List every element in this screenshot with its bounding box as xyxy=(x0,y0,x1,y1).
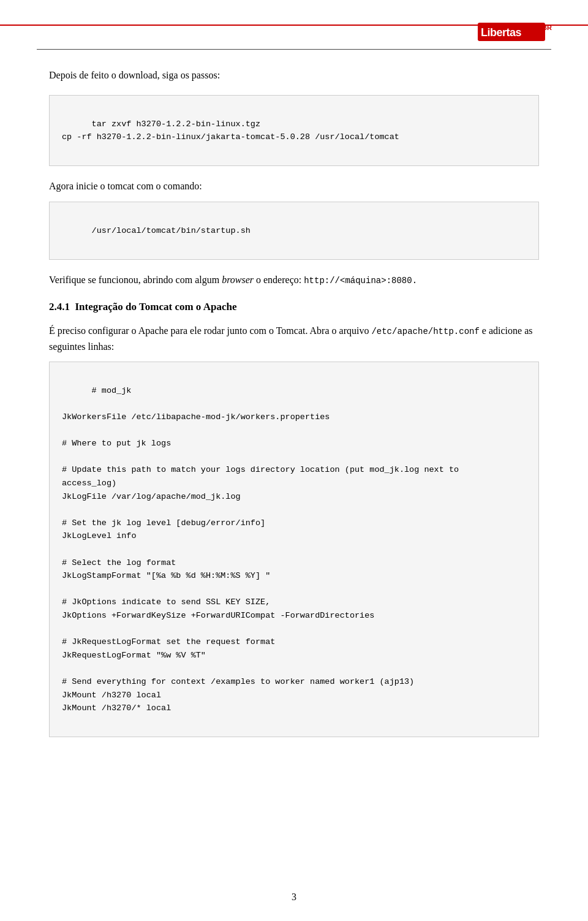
verify-suffix: o endereço: xyxy=(254,275,304,285)
verify-prefix: Verifique se funcionou, abrindo com algu… xyxy=(49,275,222,285)
section-heading: 2.4.1 Integração do Tomcat com o Apache xyxy=(49,300,539,314)
intro-text: Depois de feito o download, siga os pass… xyxy=(49,70,220,80)
header-rule xyxy=(37,49,551,50)
main-content: Depois de feito o download, siga os pass… xyxy=(37,68,551,737)
tomcat-start-text: Agora inicie o tomcat com o comando: xyxy=(49,181,202,191)
page-number: 3 xyxy=(292,892,296,903)
section-title: Integração do Tomcat com o Apache xyxy=(75,301,237,313)
section-number: 2.4.1 xyxy=(49,301,70,313)
verify-italic: browser xyxy=(222,275,254,285)
top-border xyxy=(0,25,588,26)
code-text-1: tar zxvf h3270-1.2.2-bin-linux.tgz cp -r… xyxy=(62,119,399,142)
page-container: Libertas BR Depois de feito o download, … xyxy=(0,0,588,921)
code-block-apache-config: # mod_jk JkWorkersFile /etc/libapache-mo… xyxy=(49,362,539,737)
verify-url: http://<máquina>:8080. xyxy=(304,276,417,286)
para1-text: É preciso configurar o Apache para ele r… xyxy=(49,325,371,336)
startup-command: /usr/local/tomcat/bin/startup.sh xyxy=(92,226,251,235)
tomcat-start-intro: Agora inicie o tomcat com o comando: xyxy=(49,178,539,194)
verify-paragraph: Verifique se funcionou, abrindo com algu… xyxy=(49,272,539,288)
code-block-startup: /usr/local/tomcat/bin/startup.sh xyxy=(49,202,539,260)
header: Libertas BR xyxy=(37,18,551,49)
para1-code: /etc/apache/http.conf xyxy=(371,327,479,336)
code-block-commands: tar zxvf h3270-1.2.2-bin-linux.tgz cp -r… xyxy=(49,95,539,166)
apache-config-text: # mod_jk JkWorkersFile /etc/libapache-mo… xyxy=(62,386,459,713)
intro-paragraph: Depois de feito o download, siga os pass… xyxy=(49,68,539,83)
para1: É preciso configurar o Apache para ele r… xyxy=(49,323,539,354)
svg-text:Libertas: Libertas xyxy=(481,26,522,39)
